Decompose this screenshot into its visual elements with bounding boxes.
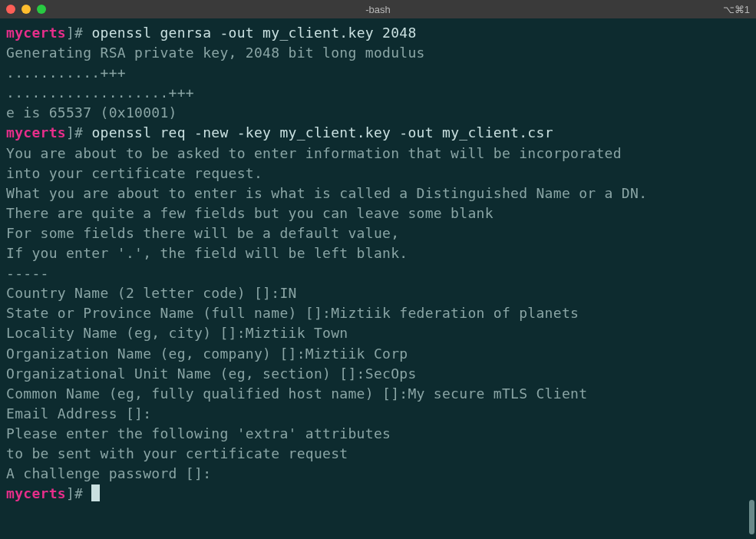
- terminal-line: There are quite a few fields but you can…: [6, 203, 750, 223]
- terminal-line: mycerts]# openssl genrsa -out my_client.…: [6, 23, 750, 43]
- window-titlebar: -bash ⌥⌘1: [0, 0, 756, 18]
- prompt-bracket: ]: [66, 25, 74, 41]
- prompt-dir: mycerts: [6, 485, 66, 501]
- terminal-line: Organizational Unit Name (eg, section) […: [6, 364, 750, 384]
- terminal-line: ...................+++: [6, 83, 750, 103]
- prompt-bracket: ]: [66, 485, 74, 501]
- prompt-hash: #: [74, 25, 83, 41]
- maximize-button[interactable]: [37, 5, 46, 14]
- terminal-line: into your certificate request.: [6, 164, 750, 184]
- command-text: openssl req -new -key my_client.key -out…: [83, 124, 553, 141]
- terminal-line: e is 65537 (0x10001): [6, 103, 750, 123]
- terminal-line: -----: [6, 263, 750, 283]
- terminal-line: Common Name (eg, fully qualified host na…: [6, 384, 750, 404]
- terminal-line: ...........+++: [6, 63, 750, 83]
- command-text: [83, 485, 91, 501]
- terminal-line: If you enter '.', the field will be left…: [6, 243, 750, 263]
- prompt-dir: mycerts: [6, 124, 66, 141]
- terminal-line: For some fields there will be a default …: [6, 223, 750, 243]
- prompt-hash: #: [74, 485, 83, 501]
- terminal-line: What you are about to enter is what is c…: [6, 184, 750, 203]
- terminal-line: mycerts]#: [6, 484, 750, 504]
- prompt-hash: #: [74, 124, 83, 141]
- scrollbar-thumb[interactable]: [749, 500, 754, 534]
- command-text: openssl genrsa -out my_client.key 2048: [83, 25, 416, 41]
- window-shortcut-indicator: ⌥⌘1: [723, 4, 750, 15]
- cursor-icon: [91, 484, 100, 501]
- terminal-line: Organization Name (eg, company) []:Mizti…: [6, 344, 750, 364]
- terminal-line: Country Name (2 letter code) []:IN: [6, 283, 750, 303]
- terminal-line: mycerts]# openssl req -new -key my_clien…: [6, 123, 750, 143]
- terminal-line: Locality Name (eg, city) []:Miztiik Town: [6, 323, 750, 343]
- terminal-line: A challenge password []:: [6, 464, 750, 484]
- terminal-output[interactable]: mycerts]# openssl genrsa -out my_client.…: [0, 18, 756, 539]
- prompt-dir: mycerts: [6, 25, 66, 41]
- close-button[interactable]: [6, 5, 15, 14]
- window-title: -bash: [365, 4, 391, 15]
- window-controls: [6, 5, 46, 14]
- terminal-line: Email Address []:: [6, 404, 750, 424]
- prompt-bracket: ]: [66, 124, 74, 141]
- terminal-line: Generating RSA private key, 2048 bit lon…: [6, 43, 750, 63]
- terminal-line: State or Province Name (full name) []:Mi…: [6, 303, 750, 323]
- terminal-line: Please enter the following 'extra' attri…: [6, 424, 750, 444]
- terminal-line: to be sent with your certificate request: [6, 444, 750, 464]
- terminal-line: You are about to be asked to enter infor…: [6, 144, 750, 164]
- minimize-button[interactable]: [21, 5, 31, 14]
